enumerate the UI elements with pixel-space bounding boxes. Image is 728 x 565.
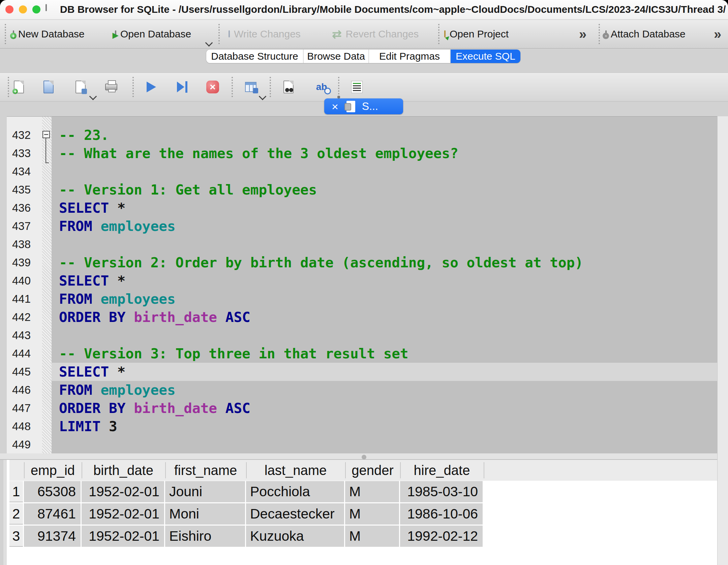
editor-line[interactable]: 432-- 23. (7, 126, 717, 144)
pane-splitter[interactable] (0, 453, 728, 460)
editor-line[interactable]: 449 (7, 436, 717, 454)
row-number-cell[interactable]: 1 (9, 481, 23, 502)
close-window-button[interactable] (5, 5, 13, 13)
editor-line[interactable]: 438 (7, 235, 717, 254)
new-database-button[interactable]: +New Database (13, 20, 85, 48)
result-cell[interactable]: M (345, 481, 399, 502)
editor-line[interactable]: 436SELECT * (7, 199, 717, 217)
line-number: 444 (12, 345, 39, 363)
result-cell[interactable]: Eishiro (165, 526, 245, 547)
tab-edit-pragmas[interactable]: Edit Pragmas (369, 50, 451, 63)
minimize-window-button[interactable] (19, 5, 27, 13)
line-number: 446 (12, 381, 39, 399)
open-sql-file-icon[interactable] (41, 79, 56, 95)
editor-line[interactable]: 442ORDER BY birth_date ASC (7, 308, 717, 326)
editor-line[interactable]: 439-- Version 2: Order by birth date (as… (7, 254, 717, 272)
execute-all-icon[interactable] (144, 79, 159, 95)
word-wrap-icon[interactable] (349, 79, 365, 95)
editor-line[interactable]: 446FROM employees (7, 381, 717, 399)
toolbar-separator (599, 24, 600, 44)
sql-editor[interactable]: 432-- 23.433-- What are the names of the… (7, 116, 717, 454)
line-number: 447 (12, 399, 39, 417)
view-tabs: Database StructureBrowse DataEdit Pragma… (206, 50, 520, 63)
titlebar: DB Browser for SQLite - /Users/russellgo… (0, 0, 728, 20)
attach-database-button[interactable]: ▫Attach Database (605, 20, 686, 48)
save-sql-file-icon[interactable] (73, 79, 88, 95)
line-code: -- What are the names of the 3 oldest em… (59, 144, 717, 162)
export-results-icon[interactable] (243, 79, 259, 95)
editor-line[interactable]: 448LIMIT 3 (7, 417, 717, 436)
toolbar-overflow-button[interactable]: » (714, 20, 721, 48)
execute-current-line-icon[interactable] (174, 79, 190, 95)
result-cell[interactable]: Decaestecker (246, 503, 344, 525)
editor-line[interactable]: 443 (7, 326, 717, 345)
window-title: DB Browser for SQLite - /Users/russellgo… (60, 0, 726, 19)
result-cell[interactable]: 1986-10-06 (400, 503, 483, 525)
result-cell[interactable]: 1985-03-10 (400, 481, 483, 502)
result-cell[interactable]: 1952-02-01 (82, 503, 164, 525)
line-code: SELECT * (59, 272, 717, 290)
row-number-cell[interactable]: 3 (9, 526, 23, 547)
tab-browse-data[interactable]: Browse Data (304, 50, 369, 63)
header-separator (345, 462, 346, 478)
open-database-button[interactable]: ▶Open Database (115, 20, 191, 48)
result-cell[interactable]: 1992-02-12 (400, 526, 483, 547)
column-header-birth_date[interactable]: birth_date (82, 460, 165, 481)
line-number: 433 (12, 144, 39, 162)
app-window: DB Browser for SQLite - /Users/russellgo… (0, 0, 728, 565)
result-cell[interactable]: 1952-02-01 (82, 481, 164, 502)
fold-collapse-icon[interactable] (42, 131, 50, 138)
editor-line[interactable]: 444-- Version 3: Top three in that resul… (7, 345, 717, 363)
editor-line[interactable]: 441FROM employees (7, 290, 717, 308)
tab-database-structure[interactable]: Database Structure (206, 50, 304, 63)
result-cell[interactable]: Pocchiola (246, 481, 344, 502)
results-table: emp_idbirth_datefirst_namelast_namegende… (7, 460, 717, 565)
editor-line[interactable]: 434 (7, 162, 717, 181)
result-cell[interactable]: Kuzuoka (246, 526, 344, 547)
column-header-emp_id[interactable]: emp_id (24, 460, 82, 481)
result-cell[interactable]: 1952-02-01 (82, 526, 164, 547)
header-separator (484, 462, 484, 478)
column-header-last_name[interactable]: last_name (246, 460, 345, 481)
print-icon[interactable] (103, 79, 119, 95)
editor-line[interactable]: 440SELECT * (7, 272, 717, 290)
open-tab-icon[interactable]: + (11, 79, 27, 95)
column-header-hire_date[interactable]: hire_date (400, 460, 484, 481)
column-header-gender[interactable]: gender (345, 460, 400, 481)
menu-chevron-icon[interactable] (89, 93, 97, 100)
line-number: 436 (12, 199, 39, 217)
result-cell[interactable]: 91374 (24, 526, 81, 547)
result-cell[interactable]: Jouni (165, 481, 245, 502)
vertical-scrollbar[interactable] (717, 116, 728, 565)
column-header-first_name[interactable]: first_name (165, 460, 246, 481)
editor-line[interactable]: 435-- Version 1: Get all employees (7, 181, 717, 199)
result-cell[interactable]: M (345, 526, 399, 547)
sql-editor-tab[interactable]: × S... (324, 98, 403, 114)
tab-execute-sql[interactable]: Execute SQL (451, 50, 520, 63)
result-cell[interactable]: 65308 (24, 481, 81, 502)
find-in-file-icon[interactable] (281, 79, 296, 95)
editor-line[interactable]: 445SELECT * (7, 363, 717, 381)
open-project-button[interactable]: Open Project (444, 20, 509, 48)
result-cell[interactable]: Moni (165, 503, 245, 525)
result-cell[interactable]: 87461 (24, 503, 81, 525)
close-tab-icon[interactable]: × (332, 99, 338, 114)
results-header-row: emp_idbirth_datefirst_namelast_namegende… (9, 460, 717, 481)
line-code: ORDER BY birth_date ASC (59, 399, 717, 417)
toolbar-overflow-button[interactable]: » (579, 20, 586, 48)
line-code: ORDER BY birth_date ASC (59, 308, 717, 326)
open-database-menu-chevron-icon[interactable] (205, 39, 213, 47)
menu-chevron-icon[interactable] (259, 93, 267, 100)
editor-line[interactable]: 447ORDER BY birth_date ASC (7, 399, 717, 417)
toolbar-handle-dot (337, 96, 340, 98)
editor-line[interactable]: 437FROM employees (7, 217, 717, 235)
toolbar-separator (438, 24, 439, 44)
row-number-cell[interactable]: 2 (9, 503, 23, 525)
result-cell[interactable]: M (345, 503, 399, 525)
line-number: 443 (12, 326, 39, 345)
find-replace-icon[interactable]: ab (314, 79, 329, 95)
stop-icon[interactable]: × (205, 79, 220, 95)
zoom-window-button[interactable] (32, 5, 40, 13)
line-code: SELECT * (59, 199, 717, 217)
editor-line[interactable]: 433-- What are the names of the 3 oldest… (7, 144, 717, 162)
